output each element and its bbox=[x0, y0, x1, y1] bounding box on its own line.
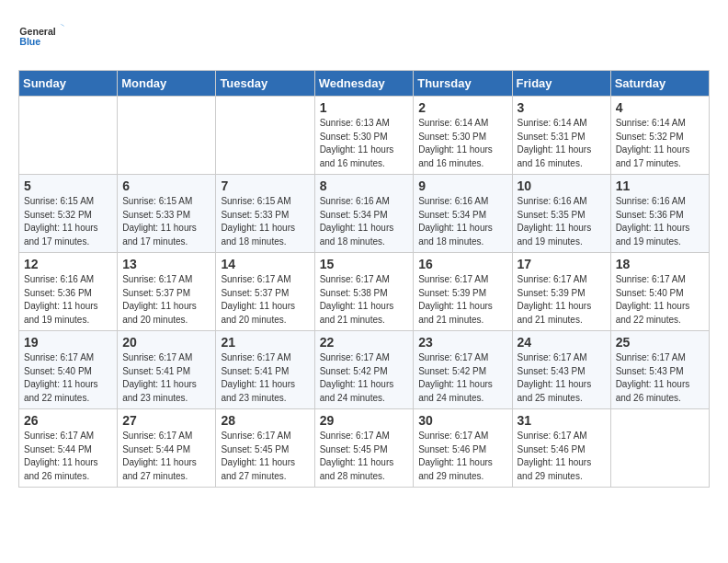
day-number: 21 bbox=[221, 335, 309, 350]
day-info: Sunrise: 6:14 AM Sunset: 5:32 PM Dayligh… bbox=[616, 117, 704, 170]
day-number: 7 bbox=[221, 178, 309, 193]
calendar-cell: 24Sunrise: 6:17 AM Sunset: 5:43 PM Dayli… bbox=[512, 331, 610, 409]
weekday-header-tuesday: Tuesday bbox=[216, 71, 314, 97]
day-number: 29 bbox=[320, 413, 409, 428]
day-info: Sunrise: 6:17 AM Sunset: 5:44 PM Dayligh… bbox=[122, 430, 210, 483]
calendar-cell: 25Sunrise: 6:17 AM Sunset: 5:43 PM Dayli… bbox=[610, 331, 709, 409]
day-info: Sunrise: 6:17 AM Sunset: 5:41 PM Dayligh… bbox=[221, 351, 309, 405]
day-info: Sunrise: 6:17 AM Sunset: 5:43 PM Dayligh… bbox=[518, 351, 606, 405]
day-number: 3 bbox=[518, 100, 606, 115]
day-info: Sunrise: 6:17 AM Sunset: 5:42 PM Dayligh… bbox=[418, 351, 506, 405]
day-number: 11 bbox=[616, 178, 704, 193]
day-info: Sunrise: 6:15 AM Sunset: 5:33 PM Dayligh… bbox=[221, 195, 309, 248]
calendar-cell: 9Sunrise: 6:16 AM Sunset: 5:34 PM Daylig… bbox=[414, 175, 512, 253]
calendar-cell: 26Sunrise: 6:17 AM Sunset: 5:44 PM Dayli… bbox=[19, 409, 118, 488]
weekday-header-row: SundayMondayTuesdayWednesdayThursdayFrid… bbox=[19, 71, 710, 97]
day-number: 8 bbox=[320, 178, 409, 193]
day-info: Sunrise: 6:16 AM Sunset: 5:36 PM Dayligh… bbox=[616, 195, 704, 248]
day-info: Sunrise: 6:16 AM Sunset: 5:34 PM Dayligh… bbox=[418, 195, 506, 248]
day-info: Sunrise: 6:17 AM Sunset: 5:43 PM Dayligh… bbox=[616, 351, 704, 405]
svg-marker-3 bbox=[60, 24, 64, 28]
day-info: Sunrise: 6:17 AM Sunset: 5:45 PM Dayligh… bbox=[221, 430, 309, 483]
weekday-header-sunday: Sunday bbox=[19, 71, 118, 97]
weekday-header-friday: Friday bbox=[512, 71, 610, 97]
calendar-cell: 10Sunrise: 6:16 AM Sunset: 5:35 PM Dayli… bbox=[512, 175, 610, 253]
calendar-cell: 23Sunrise: 6:17 AM Sunset: 5:42 PM Dayli… bbox=[414, 331, 512, 409]
day-number: 10 bbox=[518, 178, 606, 193]
calendar-week-row: 5Sunrise: 6:15 AM Sunset: 5:32 PM Daylig… bbox=[19, 175, 710, 253]
day-number: 22 bbox=[320, 335, 409, 350]
day-number: 14 bbox=[221, 257, 309, 271]
calendar-cell bbox=[610, 409, 709, 488]
day-info: Sunrise: 6:17 AM Sunset: 5:44 PM Dayligh… bbox=[24, 430, 112, 483]
calendar-week-row: 19Sunrise: 6:17 AM Sunset: 5:40 PM Dayli… bbox=[19, 331, 710, 409]
calendar-cell: 1Sunrise: 6:13 AM Sunset: 5:30 PM Daylig… bbox=[314, 97, 414, 175]
page-header: General Blue bbox=[18, 18, 710, 55]
day-info: Sunrise: 6:15 AM Sunset: 5:32 PM Dayligh… bbox=[24, 195, 112, 248]
day-info: Sunrise: 6:17 AM Sunset: 5:40 PM Dayligh… bbox=[24, 351, 112, 405]
calendar-cell: 6Sunrise: 6:15 AM Sunset: 5:33 PM Daylig… bbox=[118, 175, 216, 253]
calendar-cell: 2Sunrise: 6:14 AM Sunset: 5:30 PM Daylig… bbox=[414, 97, 512, 175]
svg-text:Blue: Blue bbox=[19, 36, 40, 47]
calendar-cell: 15Sunrise: 6:17 AM Sunset: 5:38 PM Dayli… bbox=[314, 253, 414, 331]
day-number: 23 bbox=[418, 335, 506, 350]
day-number: 5 bbox=[24, 178, 112, 193]
day-info: Sunrise: 6:17 AM Sunset: 5:42 PM Dayligh… bbox=[320, 351, 409, 405]
day-number: 1 bbox=[320, 100, 409, 115]
calendar-cell: 4Sunrise: 6:14 AM Sunset: 5:32 PM Daylig… bbox=[610, 97, 709, 175]
day-number: 28 bbox=[221, 413, 309, 428]
logo-svg: General Blue bbox=[18, 18, 64, 55]
calendar-cell: 13Sunrise: 6:17 AM Sunset: 5:37 PM Dayli… bbox=[118, 253, 216, 331]
day-number: 12 bbox=[24, 257, 112, 271]
calendar-cell bbox=[19, 97, 118, 175]
day-info: Sunrise: 6:16 AM Sunset: 5:36 PM Dayligh… bbox=[24, 273, 112, 327]
day-info: Sunrise: 6:16 AM Sunset: 5:35 PM Dayligh… bbox=[518, 195, 606, 248]
weekday-header-wednesday: Wednesday bbox=[314, 71, 414, 97]
calendar-week-row: 26Sunrise: 6:17 AM Sunset: 5:44 PM Dayli… bbox=[19, 409, 710, 488]
day-info: Sunrise: 6:17 AM Sunset: 5:37 PM Dayligh… bbox=[122, 273, 210, 327]
calendar-cell: 8Sunrise: 6:16 AM Sunset: 5:34 PM Daylig… bbox=[314, 175, 414, 253]
logo: General Blue bbox=[18, 18, 64, 55]
calendar-cell: 3Sunrise: 6:14 AM Sunset: 5:31 PM Daylig… bbox=[512, 97, 610, 175]
calendar-cell: 27Sunrise: 6:17 AM Sunset: 5:44 PM Dayli… bbox=[118, 409, 216, 488]
calendar-cell bbox=[216, 97, 314, 175]
day-number: 6 bbox=[122, 178, 210, 193]
day-info: Sunrise: 6:17 AM Sunset: 5:40 PM Dayligh… bbox=[616, 273, 704, 327]
calendar-cell: 28Sunrise: 6:17 AM Sunset: 5:45 PM Dayli… bbox=[216, 409, 314, 488]
day-number: 30 bbox=[418, 413, 506, 428]
calendar-week-row: 1Sunrise: 6:13 AM Sunset: 5:30 PM Daylig… bbox=[19, 97, 710, 175]
calendar-cell: 7Sunrise: 6:15 AM Sunset: 5:33 PM Daylig… bbox=[216, 175, 314, 253]
day-number: 27 bbox=[122, 413, 210, 428]
calendar-cell: 5Sunrise: 6:15 AM Sunset: 5:32 PM Daylig… bbox=[19, 175, 118, 253]
weekday-header-monday: Monday bbox=[118, 71, 216, 97]
calendar-cell: 30Sunrise: 6:17 AM Sunset: 5:46 PM Dayli… bbox=[414, 409, 512, 488]
weekday-header-saturday: Saturday bbox=[610, 71, 709, 97]
day-info: Sunrise: 6:13 AM Sunset: 5:30 PM Dayligh… bbox=[320, 117, 409, 170]
day-number: 31 bbox=[518, 413, 606, 428]
calendar-cell: 14Sunrise: 6:17 AM Sunset: 5:37 PM Dayli… bbox=[216, 253, 314, 331]
calendar-cell: 17Sunrise: 6:17 AM Sunset: 5:39 PM Dayli… bbox=[512, 253, 610, 331]
weekday-header-thursday: Thursday bbox=[414, 71, 512, 97]
svg-text:General: General bbox=[19, 26, 56, 37]
day-info: Sunrise: 6:14 AM Sunset: 5:31 PM Dayligh… bbox=[518, 117, 606, 170]
calendar-cell: 21Sunrise: 6:17 AM Sunset: 5:41 PM Dayli… bbox=[216, 331, 314, 409]
day-info: Sunrise: 6:17 AM Sunset: 5:41 PM Dayligh… bbox=[122, 351, 210, 405]
day-number: 13 bbox=[122, 257, 210, 271]
day-number: 17 bbox=[518, 257, 606, 271]
svg-marker-2 bbox=[58, 26, 63, 31]
day-number: 26 bbox=[24, 413, 112, 428]
calendar-cell bbox=[118, 97, 216, 175]
calendar-cell: 12Sunrise: 6:16 AM Sunset: 5:36 PM Dayli… bbox=[19, 253, 118, 331]
calendar-cell: 11Sunrise: 6:16 AM Sunset: 5:36 PM Dayli… bbox=[610, 175, 709, 253]
day-info: Sunrise: 6:17 AM Sunset: 5:38 PM Dayligh… bbox=[320, 273, 409, 327]
day-number: 2 bbox=[418, 100, 506, 115]
day-info: Sunrise: 6:16 AM Sunset: 5:34 PM Dayligh… bbox=[320, 195, 409, 248]
day-info: Sunrise: 6:17 AM Sunset: 5:37 PM Dayligh… bbox=[221, 273, 309, 327]
day-number: 20 bbox=[122, 335, 210, 350]
day-number: 16 bbox=[418, 257, 506, 271]
calendar-table: SundayMondayTuesdayWednesdayThursdayFrid… bbox=[18, 70, 710, 488]
day-info: Sunrise: 6:15 AM Sunset: 5:33 PM Dayligh… bbox=[122, 195, 210, 248]
day-number: 15 bbox=[320, 257, 409, 271]
day-number: 18 bbox=[616, 257, 704, 271]
day-info: Sunrise: 6:17 AM Sunset: 5:46 PM Dayligh… bbox=[418, 430, 506, 483]
